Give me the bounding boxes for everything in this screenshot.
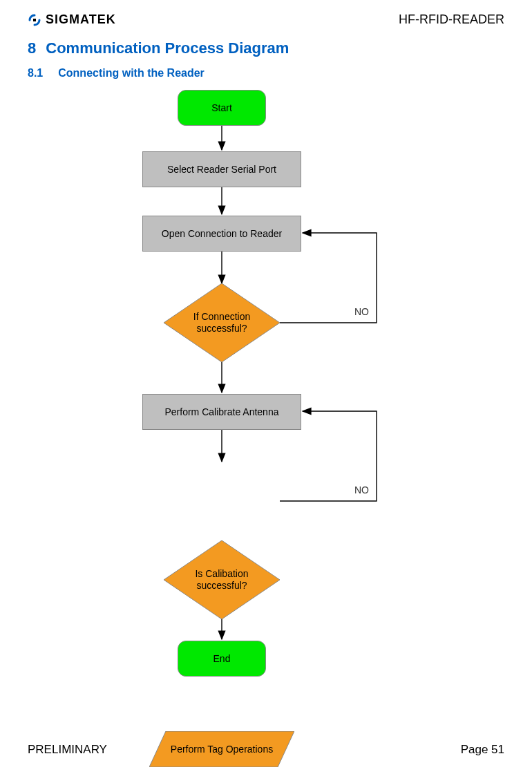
flow-select-port: Select Reader Serial Port — [142, 151, 301, 187]
flow-open-conn-label: Open Connection to Reader — [162, 228, 282, 239]
svg-rect-0 — [33, 19, 36, 21]
page-header: SIGMATEK HF-RFID-READER — [28, 12, 504, 27]
heading-1-text: Communication Process Diagram — [46, 39, 289, 57]
flow-tag-ops-label: Perform Tag Operations — [171, 744, 273, 755]
flow-calibrate: Perform Calibrate Antenna — [142, 394, 301, 430]
flow-conn-decision-label: If Connection successful? — [164, 311, 280, 334]
logo-mark-icon — [28, 13, 41, 27]
heading-2-number: 8.1 — [28, 67, 43, 79]
flow-start: Start — [178, 90, 266, 126]
heading-1-number: 8 — [28, 39, 36, 57]
flowchart: Start Select Reader Serial Port Open Con… — [73, 86, 459, 695]
flow-calib-decision: Is Calibation successful? — [164, 540, 280, 619]
flow-end-label: End — [213, 653, 231, 664]
flow-calib-decision-label: Is Calibation successful? — [164, 568, 280, 592]
heading-2-text: Connecting with the Reader — [58, 67, 205, 79]
no-label-2: NO — [354, 484, 369, 495]
flow-end: End — [178, 641, 266, 677]
flow-select-port-label: Select Reader Serial Port — [167, 164, 276, 175]
no-label-1: NO — [354, 306, 369, 317]
doc-title: HF-RFID-READER — [399, 12, 504, 27]
flow-open-conn: Open Connection to Reader — [142, 216, 301, 252]
heading-2: 8.1 Connecting with the Reader — [28, 67, 504, 79]
logo: SIGMATEK — [28, 12, 116, 27]
flow-tag-ops: Perform Tag Operations — [149, 731, 294, 767]
footer-left: PRELIMINARY — [28, 743, 107, 757]
flow-conn-decision: If Connection successful? — [164, 283, 280, 362]
logo-text: SIGMATEK — [46, 12, 116, 27]
heading-1: 8 Communication Process Diagram — [28, 39, 504, 57]
flow-calibrate-label: Perform Calibrate Antenna — [165, 406, 279, 417]
footer-right: Page 51 — [461, 743, 504, 757]
flow-start-label: Start — [211, 102, 232, 113]
